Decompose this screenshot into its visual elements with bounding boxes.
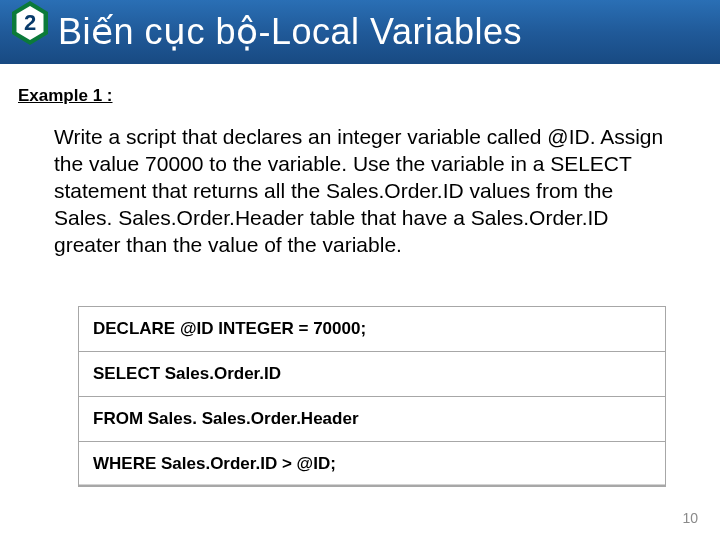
page-number: 10 (682, 510, 698, 526)
code-line: DECLARE @ID INTEGER = 70000; (79, 306, 665, 351)
body-paragraph: Write a script that declares an integer … (18, 124, 700, 258)
code-block: DECLARE @ID INTEGER = 70000; SELECT Sale… (78, 306, 666, 487)
code-line: WHERE Sales.Order.ID > @ID; (79, 441, 665, 486)
slide: 2 Biến cục bộ-Local Variables Example 1 … (0, 0, 720, 540)
code-line: SELECT Sales.Order.ID (79, 351, 665, 396)
page-title: Biến cục bộ-Local Variables (58, 11, 522, 53)
hexagon-badge: 2 (10, 0, 50, 46)
example-label: Example 1 : (18, 86, 700, 106)
badge-number: 2 (10, 0, 50, 46)
title-bar: 2 Biến cục bộ-Local Variables (0, 0, 720, 64)
content-area: Example 1 : Write a script that declares… (0, 64, 720, 487)
code-line: FROM Sales. Sales.Order.Header (79, 396, 665, 441)
